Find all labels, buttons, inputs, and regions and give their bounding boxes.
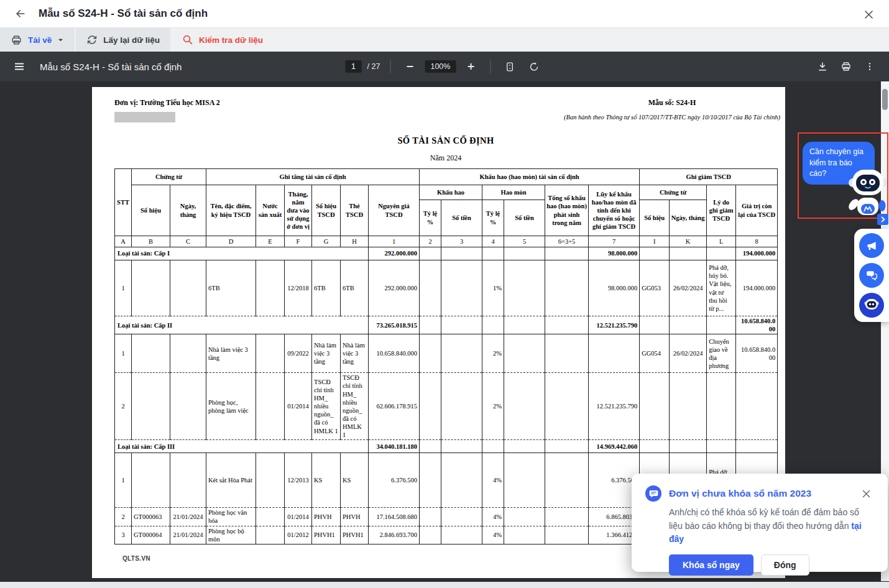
zoom-in-button[interactable] bbox=[461, 57, 480, 76]
column-header: Số hiệu bbox=[640, 200, 670, 236]
table-cell bbox=[707, 373, 736, 440]
rotate-icon bbox=[529, 62, 540, 72]
table-cell bbox=[170, 260, 206, 316]
table-cell bbox=[441, 334, 482, 373]
chat-support-button[interactable] bbox=[859, 263, 884, 288]
table-cell: 2.846.693.700 bbox=[369, 526, 420, 544]
lock-now-button[interactable]: Khóa sổ ngay bbox=[669, 554, 753, 576]
table-cell bbox=[420, 373, 441, 440]
chevron-right-icon bbox=[880, 216, 886, 223]
page-number-input[interactable] bbox=[346, 60, 362, 73]
table-cell: Nhà làm việc 3 tầng bbox=[312, 334, 341, 373]
notification-close-button[interactable] bbox=[858, 485, 874, 502]
column-letter: 5 bbox=[504, 236, 545, 247]
menu-button[interactable] bbox=[10, 57, 29, 76]
table-cell: Két sắt Hòa Phát bbox=[206, 453, 256, 508]
rotate-button[interactable] bbox=[525, 57, 543, 76]
table-cell: 12/2013 bbox=[285, 453, 312, 508]
column-letter: I bbox=[640, 236, 670, 247]
table-cell bbox=[545, 316, 589, 334]
table-cell: Nhà làm việc 3 tầng bbox=[341, 334, 369, 373]
column-letter: K bbox=[670, 236, 707, 247]
chevron-down-icon bbox=[57, 37, 64, 44]
table-cell: 292.000.000 bbox=[369, 247, 420, 260]
dismiss-button[interactable]: Đóng bbox=[761, 554, 809, 576]
column-letter: D bbox=[206, 236, 256, 247]
issued-note: (Ban hành theo Thông tư số 107/2017/TT-B… bbox=[559, 113, 785, 122]
column-header: Khấu hao (hao mòn) tài sản cố định bbox=[420, 169, 640, 185]
form-number: Mẫu số: S24-H bbox=[559, 98, 785, 108]
collapse-assistant-button[interactable] bbox=[877, 214, 888, 225]
more-vertical-icon bbox=[865, 62, 875, 71]
table-cell bbox=[256, 373, 285, 440]
table-cell bbox=[707, 440, 736, 453]
table-cell: 21/01/2024 bbox=[170, 508, 206, 526]
table-cell: 6TB bbox=[312, 260, 341, 316]
column-header: Tỷ lệ % bbox=[420, 200, 441, 236]
fit-page-button[interactable] bbox=[500, 57, 519, 76]
robot-mascot-icon[interactable] bbox=[848, 168, 888, 221]
column-header: Ngày, tháng bbox=[170, 185, 206, 236]
table-cell: 2 bbox=[115, 508, 132, 526]
table-cell bbox=[545, 526, 589, 544]
table-cell bbox=[736, 373, 778, 440]
table-cell: GG053 bbox=[640, 260, 670, 316]
table-cell: PHVH1 bbox=[341, 526, 369, 544]
column-letter: 3 bbox=[441, 236, 482, 247]
asset-group-row: Loại tài sản: Cấp I 292.000.000 98.000.0… bbox=[115, 247, 778, 260]
announcements-button[interactable] bbox=[859, 233, 884, 258]
table-cell: 34.040.181.180 bbox=[369, 440, 420, 453]
column-header: Số tiền bbox=[441, 200, 482, 236]
column-letter: 2 bbox=[420, 236, 441, 247]
column-header: STT bbox=[115, 169, 132, 236]
close-icon bbox=[863, 9, 875, 21]
action-toolbar: Tải về Lấy lại dữ liệu Kiểm tra dữ liệu bbox=[0, 28, 889, 52]
page-title: Mẫu số S24-H - Sổ tài sản cố định bbox=[39, 7, 208, 20]
pdf-print-button[interactable] bbox=[837, 57, 855, 76]
table-cell bbox=[482, 316, 504, 334]
column-header: Ngày, tháng bbox=[670, 200, 707, 236]
download-report-button[interactable]: Tải về bbox=[0, 28, 75, 52]
table-cell bbox=[132, 260, 170, 316]
table-cell: TSCĐ chỉ tính HM_ nhiều nguồn_ đã có HML… bbox=[312, 373, 341, 440]
hamburger-icon bbox=[14, 61, 25, 72]
table-cell: 09/2022 bbox=[285, 334, 312, 373]
printer-icon bbox=[11, 34, 22, 46]
check-data-button[interactable]: Kiểm tra dữ liệu bbox=[172, 28, 274, 52]
back-button[interactable] bbox=[11, 4, 30, 23]
table-cell bbox=[420, 334, 441, 373]
minus-icon bbox=[405, 62, 415, 71]
reload-data-button[interactable]: Lấy lại dữ liệu bbox=[76, 28, 170, 52]
pdf-download-button[interactable] bbox=[813, 57, 832, 76]
table-cell bbox=[640, 373, 670, 440]
horizontal-scrollbar[interactable] bbox=[0, 581, 889, 588]
column-header: Chứng từ bbox=[132, 169, 206, 185]
assistant-side-panel bbox=[854, 229, 889, 322]
table-cell bbox=[504, 453, 545, 508]
zoom-level[interactable]: 100% bbox=[425, 60, 456, 73]
table-cell: 98.000.000 bbox=[589, 247, 640, 260]
table-cell bbox=[441, 453, 482, 508]
robot-face-icon bbox=[864, 297, 880, 313]
table-cell: 4% bbox=[482, 526, 504, 544]
fit-page-icon bbox=[505, 62, 515, 72]
table-cell: Chuyển giao về địa phương bbox=[707, 334, 736, 373]
close-button[interactable] bbox=[859, 5, 878, 24]
table-cell bbox=[504, 316, 545, 334]
table-cell bbox=[170, 453, 206, 508]
more-options-button[interactable] bbox=[860, 57, 879, 76]
back-arrow-icon bbox=[14, 7, 27, 20]
table-cell bbox=[640, 247, 670, 260]
zoom-out-button[interactable] bbox=[400, 57, 419, 76]
table-cell bbox=[545, 440, 589, 453]
column-header: Tên, đặc điểm, ký hiệu TSCĐ bbox=[206, 185, 256, 236]
scrollbar-thumb[interactable] bbox=[882, 89, 888, 110]
table-cell bbox=[441, 373, 482, 440]
table-cell: 73.265.018.915 bbox=[369, 316, 420, 334]
column-letter: E bbox=[256, 236, 285, 247]
column-header: Lý do ghi giảm TSCĐ bbox=[707, 185, 736, 236]
table-cell bbox=[504, 247, 545, 260]
column-header: Nguyên giá TSCĐ bbox=[369, 185, 420, 236]
ava-assistant-button[interactable] bbox=[859, 293, 884, 318]
table-cell: 26/02/2024 bbox=[670, 260, 707, 316]
